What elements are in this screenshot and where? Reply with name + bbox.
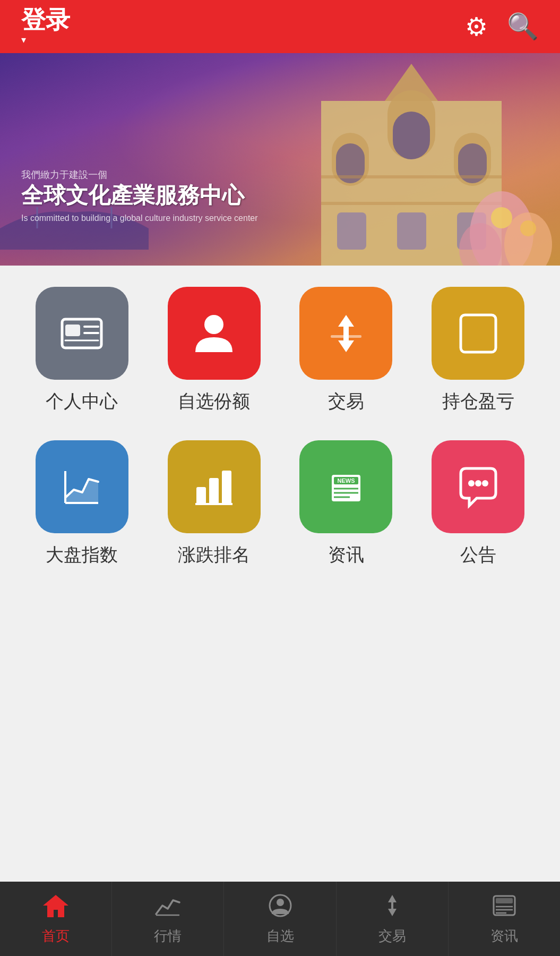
market-index-label: 大盘指数 [46, 543, 118, 567]
nav-trade-label: 交易 [378, 927, 406, 945]
banner-text-group: 我們緻力于建設一個 全球文化產業服務中心 Is committed to bui… [21, 165, 258, 223]
settings-icon[interactable]: ⚙ [465, 12, 488, 41]
grid-item-trade[interactable]: 交易 [293, 287, 399, 414]
banner: 我們緻力于建設一個 全球文化產業服務中心 Is committed to bui… [0, 53, 560, 266]
nav-home-label: 首页 [42, 927, 70, 945]
svg-rect-54 [496, 898, 513, 903]
grid-item-news[interactable]: NEWS 资讯 [293, 440, 399, 567]
svg-point-45 [475, 480, 481, 486]
personal-center-label: 个人中心 [46, 389, 118, 414]
svg-rect-10 [337, 212, 366, 250]
trade-icon-box[interactable] [299, 287, 392, 380]
banner-tagline3: Is committed to building a global cultur… [21, 214, 258, 223]
personal-center-icon-box[interactable] [36, 287, 128, 380]
bottom-navigation: 首页 行情 自选 交易 [0, 882, 560, 956]
person-icon [190, 310, 238, 357]
grid-item-watchlist[interactable]: 自选份额 [161, 287, 267, 414]
svg-point-25 [204, 315, 223, 334]
svg-rect-34 [196, 487, 206, 504]
grid-item-position-pnl[interactable]: ¥ 持仓盈亏 [425, 287, 531, 414]
svg-point-46 [482, 480, 488, 486]
grid-item-market-index[interactable]: 大盘指数 [29, 440, 135, 567]
login-arrow: ▾ [21, 34, 26, 46]
nav-item-market[interactable]: 行情 [112, 882, 224, 956]
home-icon [42, 893, 70, 923]
chat-bubble-icon [454, 463, 502, 511]
svg-rect-35 [209, 478, 219, 504]
nav-watchlist-label: 自选 [266, 927, 294, 945]
svg-marker-47 [43, 895, 68, 917]
svg-rect-28 [331, 335, 361, 338]
rise-fall-rank-icon-box[interactable] [168, 440, 261, 533]
svg-point-19 [520, 220, 536, 236]
svg-rect-2 [393, 112, 430, 159]
grid-item-announcement[interactable]: 公告 [425, 440, 531, 567]
grid-row-2: 大盘指数 涨跌排名 NEWS [16, 440, 544, 567]
news-icon-box[interactable]: NEWS [299, 440, 392, 533]
grid-item-rise-fall-rank[interactable]: 涨跌排名 [161, 440, 267, 567]
svg-point-44 [468, 480, 475, 486]
news-small-icon [490, 893, 518, 923]
svg-text:¥: ¥ [472, 320, 484, 346]
svg-marker-52 [388, 902, 397, 916]
trade-label: 交易 [328, 389, 364, 414]
grid-item-personal-center[interactable]: 个人中心 [29, 287, 135, 414]
svg-point-50 [277, 899, 284, 906]
svg-rect-36 [222, 471, 231, 504]
app-header: 登录 ▾ ⚙ 🔍 [0, 0, 560, 53]
news-label: 资讯 [328, 543, 364, 567]
up-down-icon [378, 893, 406, 923]
header-icon-group: ⚙ 🔍 [465, 12, 539, 41]
main-grid: 个人中心 自选份额 交易 [0, 266, 560, 615]
nav-item-info[interactable]: 资讯 [449, 882, 560, 956]
id-card-icon [58, 310, 106, 357]
market-index-icon-box[interactable] [36, 440, 128, 533]
svg-point-18 [491, 207, 512, 228]
watchlist-icon-box[interactable] [168, 287, 261, 380]
svg-rect-21 [65, 325, 80, 336]
line-chart-icon [154, 893, 182, 923]
position-pnl-label: 持仓盈亏 [442, 389, 514, 414]
nav-item-trade[interactable]: 交易 [337, 882, 449, 956]
nav-item-watchlist[interactable]: 自选 [224, 882, 336, 956]
chart-line-icon [58, 463, 106, 511]
yen-icon: ¥ [454, 310, 502, 357]
grid-row-1: 个人中心 自选份额 交易 [16, 287, 544, 414]
person-circle-icon [266, 893, 294, 923]
svg-marker-7 [385, 64, 438, 101]
svg-rect-11 [397, 212, 426, 250]
svg-marker-27 [338, 332, 354, 352]
announcement-label: 公告 [460, 543, 496, 567]
announcement-icon-box[interactable] [432, 440, 524, 533]
nav-info-label: 资讯 [490, 927, 518, 945]
rise-fall-rank-label: 涨跌排名 [178, 543, 250, 567]
login-label: 登录 [21, 7, 70, 32]
svg-text:NEWS: NEWS [337, 477, 355, 484]
nav-item-home[interactable]: 首页 [0, 882, 112, 956]
transfer-icon [322, 310, 370, 357]
position-pnl-icon-box[interactable]: ¥ [432, 287, 524, 380]
nav-market-label: 行情 [154, 927, 182, 945]
login-button[interactable]: 登录 ▾ [21, 7, 70, 46]
bar-chart-icon [190, 463, 238, 511]
banner-tagline1: 我們緻力于建設一個 [21, 168, 258, 181]
news-icon: NEWS [322, 463, 370, 511]
banner-tagline2: 全球文化產業服務中心 [21, 181, 258, 210]
search-icon[interactable]: 🔍 [507, 12, 539, 41]
watchlist-label: 自选份额 [178, 389, 250, 414]
